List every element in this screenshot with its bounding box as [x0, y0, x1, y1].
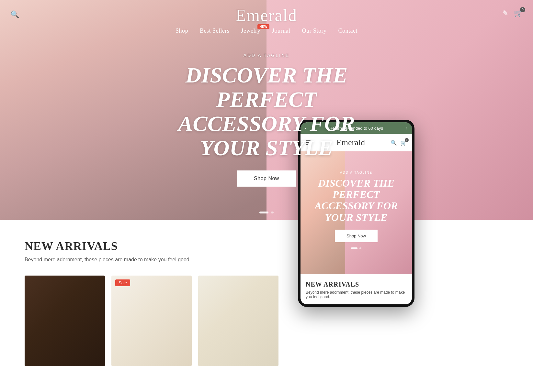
main-nav: 🔍 Emerald Shop Best Sellers Jewelry NEW …: [0, 0, 533, 34]
hero-tagline: ADD A TAGLINE: [153, 53, 380, 58]
phone-nav-icons: 🔍 🛒 1: [391, 140, 407, 146]
phone-hero-title: DISCOVER THE PERFECT ACCESSORY FOR YOUR …: [307, 178, 405, 223]
phone-new-arrivals-title: NEW ARRIVALS: [306, 281, 407, 288]
cart-badge: 0: [520, 7, 525, 12]
shop-now-button[interactable]: Shop Now: [237, 170, 296, 187]
account-icon[interactable]: ✎: [502, 9, 508, 17]
cart-icon[interactable]: 🛒 0: [514, 9, 523, 17]
nav-link-best-sellers[interactable]: Best Sellers: [200, 27, 230, 34]
new-arrivals-section: NEW ARRIVALS Beyond mere adornment, thes…: [0, 220, 291, 392]
phone-hero-content: ADD A TAGLINE DISCOVER THE PERFECT ACCES…: [301, 151, 412, 256]
product-card-1[interactable]: [25, 276, 105, 366]
search-icon[interactable]: 🔍: [10, 10, 19, 19]
nav-link-journal[interactable]: Journal: [272, 27, 290, 34]
nav-link-shop[interactable]: Shop: [176, 27, 188, 34]
phone-hero-tagline: ADD A TAGLINE: [307, 171, 405, 174]
product-card-2[interactable]: Sale: [111, 276, 192, 366]
chevron-right-icon[interactable]: ›: [406, 125, 407, 131]
phone-dot-active[interactable]: [351, 247, 357, 249]
phone-new-arrivals-subtitle: Beyond mere adornment, these pieces are …: [306, 290, 407, 299]
nav-link-contact[interactable]: Contact: [338, 27, 358, 34]
hero-section: 🔍 Emerald Shop Best Sellers Jewelry NEW …: [0, 0, 533, 220]
nav-link-jewelry[interactable]: Jewelry NEW: [241, 27, 260, 34]
nav-links: Shop Best Sellers Jewelry NEW Journal Ou…: [176, 27, 357, 34]
nav-link-our-story[interactable]: Our Story: [302, 27, 327, 34]
phone-search-icon[interactable]: 🔍: [391, 140, 397, 146]
phone-new-arrivals: NEW ARRIVALS Beyond mere adornment, thes…: [301, 274, 412, 304]
dot-inactive[interactable]: [271, 212, 274, 213]
product-card-3[interactable]: [198, 276, 278, 366]
nav-icons: ✎ 🛒 0: [502, 9, 523, 17]
product-image-2: [111, 276, 192, 366]
dot-active[interactable]: [259, 212, 268, 213]
brand-logo[interactable]: Emerald: [236, 6, 297, 25]
below-hero: NEW ARRIVALS Beyond mere adornment, thes…: [0, 220, 533, 392]
phone-hero-dots: [307, 247, 405, 249]
phone-hero: ADD A TAGLINE DISCOVER THE PERFECT ACCES…: [301, 151, 412, 274]
phone-dot-inactive[interactable]: [359, 247, 361, 249]
hero-title: DISCOVER THE PERFECT ACCESSORY FOR YOUR …: [153, 63, 380, 160]
product-image-3: [198, 276, 278, 366]
new-badge: NEW: [257, 24, 269, 29]
phone-cart-icon[interactable]: 🛒 1: [400, 140, 407, 146]
sale-badge: Sale: [115, 279, 130, 286]
product-grid: Sale: [25, 276, 278, 366]
new-arrivals-title: NEW ARRIVALS: [25, 239, 278, 253]
phone-shop-now-button[interactable]: Shop Now: [335, 230, 378, 242]
hero-dots: [259, 212, 274, 213]
phone-cart-badge: 1: [405, 138, 409, 142]
product-image-1: [25, 276, 105, 366]
mobile-mockup-section: ‹ Returns extended to 60 days › ☰ Emeral…: [291, 220, 533, 392]
new-arrivals-subtitle: Beyond mere adornment, these pieces are …: [25, 257, 278, 263]
